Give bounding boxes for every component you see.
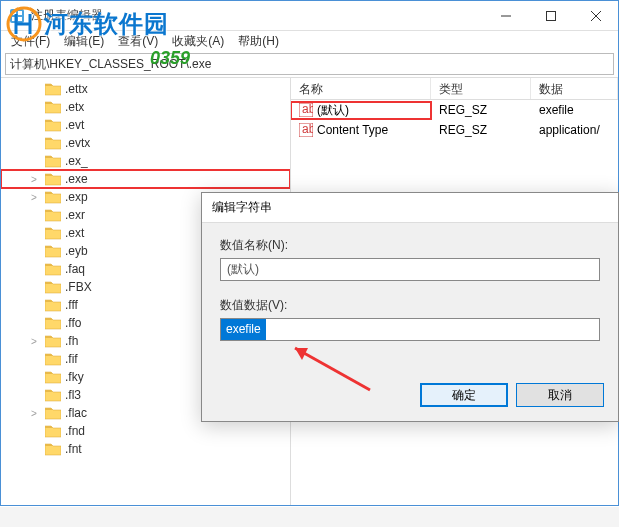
dialog-title: 编辑字符串 [202,193,618,223]
cell-data: application/ [531,123,618,137]
col-header-data[interactable]: 数据 [531,78,618,99]
col-header-name[interactable]: 名称 [291,78,431,99]
tree-item-fnt[interactable]: .fnt [1,440,290,458]
value-name-label: 数值名称(N): [220,237,600,254]
tree-item-label: .flac [65,406,87,420]
titlebar: 注册表编辑器 [1,1,618,31]
tree-item-label: .ext [65,226,84,240]
svg-rect-7 [546,11,555,20]
tree-item-label: .exr [65,208,85,222]
tree-item-label: .fnt [65,442,82,456]
tree-item-label: .exp [65,190,88,204]
cell-type: REG_SZ [431,103,531,117]
svg-rect-3 [18,11,22,15]
tree-item-exe[interactable]: >.exe [1,170,290,188]
tree-item-fnd[interactable]: .fnd [1,422,290,440]
value-name-input[interactable] [220,258,600,281]
tree-item-label: .ffo [65,316,81,330]
tree-item-label: .fif [65,352,78,366]
menu-file[interactable]: 文件(F) [5,31,56,52]
menu-favorites[interactable]: 收藏夹(A) [166,31,230,52]
svg-rect-4 [12,17,16,21]
tree-item-evtx[interactable]: .evtx [1,134,290,152]
app-icon [9,8,25,24]
close-button[interactable] [573,1,618,30]
menu-view[interactable]: 查看(V) [112,31,164,52]
expander-icon[interactable]: > [31,174,41,185]
list-row[interactable]: abContent TypeREG_SZapplication/ [291,120,618,140]
list-header: 名称 类型 数据 [291,78,618,100]
svg-rect-5 [18,17,22,21]
address-text: 计算机\HKEY_CLASSES_ROOT\.exe [10,56,211,73]
maximize-button[interactable] [528,1,573,30]
list-row[interactable]: ab(默认)REG_SZexefile [291,100,618,120]
tree-item-label: .exe [65,172,88,186]
menu-edit[interactable]: 编辑(E) [58,31,110,52]
ok-button[interactable]: 确定 [420,383,508,407]
col-header-type[interactable]: 类型 [431,78,531,99]
cell-name: ab(默认) [291,102,431,119]
menu-help[interactable]: 帮助(H) [232,31,285,52]
value-name: Content Type [317,123,388,137]
tree-item-label: .fff [65,298,78,312]
expander-icon[interactable]: > [31,408,41,419]
tree-item-label: .etx [65,100,84,114]
tree-item-label: .eyb [65,244,88,258]
svg-rect-2 [12,11,16,15]
svg-text:ab: ab [302,103,313,116]
address-bar[interactable]: 计算机\HKEY_CLASSES_ROOT\.exe [5,53,614,75]
tree-item-label: .FBX [65,280,92,294]
window-title: 注册表编辑器 [31,7,103,24]
tree-item-ettx[interactable]: .ettx [1,80,290,98]
expander-icon[interactable]: > [31,192,41,203]
tree-item-label: .evt [65,118,84,132]
tree-item-label: .ex_ [65,154,88,168]
cell-type: REG_SZ [431,123,531,137]
tree-item-label: .fky [65,370,84,384]
tree-item-label: .faq [65,262,85,276]
value-data-input[interactable] [220,318,600,341]
tree-item-label: .fnd [65,424,85,438]
cancel-button[interactable]: 取消 [516,383,604,407]
svg-text:ab: ab [302,123,313,136]
minimize-button[interactable] [483,1,528,30]
tree-item-label: .evtx [65,136,90,150]
expander-icon[interactable]: > [31,336,41,347]
tree-item-label: .fl3 [65,388,81,402]
tree-item-label: .fh [65,334,78,348]
tree-item-ex_[interactable]: .ex_ [1,152,290,170]
value-name: (默认) [317,102,349,119]
tree-item-evt[interactable]: .evt [1,116,290,134]
edit-string-dialog: 编辑字符串 数值名称(N): 数值数据(V): exefile 确定 取消 [201,192,619,422]
tree-item-etx[interactable]: .etx [1,98,290,116]
cell-name: abContent Type [291,123,431,137]
menubar: 文件(F) 编辑(E) 查看(V) 收藏夹(A) 帮助(H) [1,31,618,51]
value-data-label: 数值数据(V): [220,297,600,314]
tree-item-label: .ettx [65,82,88,96]
bottom-strip [0,507,619,527]
cell-data: exefile [531,103,618,117]
